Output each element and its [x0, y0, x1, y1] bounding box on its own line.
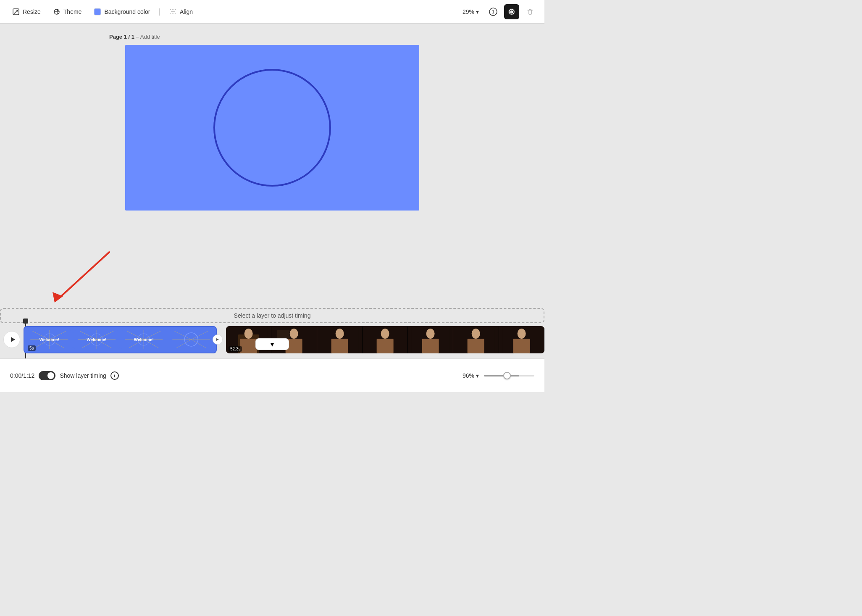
svg-point-69 [517, 329, 526, 339]
svg-point-53 [290, 329, 298, 339]
info-icon[interactable]: i [110, 371, 119, 380]
collapse-icon: ▾ [271, 340, 274, 348]
bottom-right: 96% ▾ [463, 372, 534, 379]
toolbar: Resize Theme Background color | [0, 0, 544, 24]
svg-rect-58 [331, 339, 348, 353]
time-current: 0:00 [10, 372, 21, 379]
rays-svg-4 [168, 330, 215, 349]
bg-color-icon [93, 8, 102, 16]
video-thumb-6 [453, 326, 499, 353]
video-duration-badge: 52.3s [229, 346, 242, 352]
page-label: Page 1 / 1 – Add title [109, 34, 160, 40]
slide-thumb-content-4 [168, 330, 215, 349]
svg-rect-67 [468, 339, 484, 353]
svg-point-66 [472, 329, 480, 339]
toolbar-left: Resize Theme Background color | [7, 5, 457, 18]
theme-icon [53, 8, 61, 16]
timing-hint-box: Select a layer to adjust timing [0, 308, 544, 323]
svg-point-50 [244, 329, 253, 339]
expand-icon [216, 337, 220, 342]
slide-thumb-content-3: Welcome! [121, 330, 167, 349]
svg-rect-51 [240, 339, 257, 353]
svg-line-45 [176, 340, 191, 348]
zoom-control[interactable]: 29% ▾ [459, 7, 482, 17]
slide-track-inner: Welcome! [24, 327, 216, 353]
svg-text:1: 1 [492, 9, 494, 14]
play-icon [10, 337, 16, 342]
theme-label: Theme [63, 8, 82, 15]
track-expand-button[interactable] [213, 334, 223, 345]
resize-button[interactable]: Resize [7, 5, 46, 18]
timing-hint-text: Select a layer to adjust timing [234, 312, 311, 319]
svg-marker-12 [11, 337, 15, 342]
slide-track[interactable]: Welcome! [24, 326, 217, 353]
info-letter: i [114, 373, 115, 378]
timeline-area: Select a layer to adjust timing [0, 308, 544, 358]
video-thumb-5 [408, 326, 453, 353]
svg-point-57 [335, 329, 344, 339]
svg-marker-47 [216, 338, 219, 341]
svg-point-63 [426, 329, 435, 339]
share-button[interactable]: ⊕ [504, 4, 519, 19]
toolbar-right: 29% ▾ 1 ⊕ [459, 4, 538, 19]
zoom-chevron-icon: ▾ [476, 8, 479, 15]
video-thumb-3 [317, 326, 363, 353]
slide-thumb-label-2: Welcome! [87, 337, 106, 342]
bottom-zoom-value: 96% [463, 372, 474, 379]
slide-thumb-content-2: Welcome! [74, 330, 120, 349]
slide-thumb-label-3: Welcome! [134, 337, 154, 342]
zoom-value: 29% [463, 8, 474, 15]
time-display: 0:00/1:12 [10, 372, 34, 379]
toggle-knob [47, 372, 54, 379]
toolbar-separator: | [158, 7, 160, 16]
zoom-slider-container [484, 375, 534, 376]
align-button[interactable]: Align [164, 5, 198, 18]
video-thumb-svg-6 [453, 326, 498, 353]
canvas-container[interactable] [125, 45, 419, 211]
bottom-bar: 0:00/1:12 Show layer timing i 96% ▾ [0, 358, 544, 392]
background-color-label: Background color [104, 8, 150, 15]
svg-line-40 [191, 331, 208, 340]
align-icon [169, 8, 177, 16]
video-thumb-svg-3 [317, 326, 362, 353]
layers-button[interactable]: 1 [486, 4, 501, 19]
bottom-zoom-chevron: ▾ [476, 372, 479, 379]
bottom-zoom-display[interactable]: 96% ▾ [463, 372, 479, 379]
video-thumb-svg-5 [408, 326, 453, 353]
slide-thumb-4 [168, 329, 215, 351]
align-label: Align [180, 8, 193, 15]
resize-label: Resize [23, 8, 41, 15]
slide-duration-badge: 5s [28, 345, 36, 351]
svg-rect-61 [376, 339, 393, 353]
svg-text:⊕: ⊕ [510, 10, 513, 14]
canvas-circle [213, 69, 331, 187]
slide-thumb-2: Welcome! [74, 329, 120, 351]
svg-line-42 [191, 340, 206, 348]
video-thumb-svg-7 [499, 326, 544, 353]
svg-rect-70 [513, 339, 530, 353]
background-color-button[interactable]: Background color [88, 5, 155, 18]
resize-icon [12, 8, 20, 16]
delete-button[interactable] [523, 4, 538, 19]
collapse-panel-button[interactable]: ▾ [255, 338, 289, 350]
slide-track-wrapper: Welcome! [24, 326, 217, 353]
svg-rect-3 [94, 8, 101, 15]
video-thumb-svg-4 [363, 326, 407, 353]
show-layer-label: Show layer timing [60, 372, 106, 379]
svg-rect-55 [277, 330, 290, 339]
zoom-slider[interactable] [484, 375, 534, 376]
page-number: Page 1 / 1 [109, 34, 134, 40]
play-button[interactable] [3, 331, 20, 348]
time-total: 1:12 [23, 372, 34, 379]
video-thumb-4 [363, 326, 408, 353]
main-canvas-area: Page 1 / 1 – Add title [0, 24, 544, 316]
video-thumb-7 [499, 326, 544, 353]
svg-line-43 [174, 331, 191, 340]
theme-button[interactable]: Theme [47, 5, 87, 18]
add-title: – Add title [136, 34, 160, 40]
show-layer-timing-group: 0:00/1:12 Show layer timing i [10, 371, 119, 380]
svg-point-60 [381, 329, 389, 339]
show-layer-toggle[interactable] [39, 371, 55, 380]
slide-thumb-label-1: Welcome! [39, 337, 59, 342]
svg-rect-64 [422, 339, 439, 353]
